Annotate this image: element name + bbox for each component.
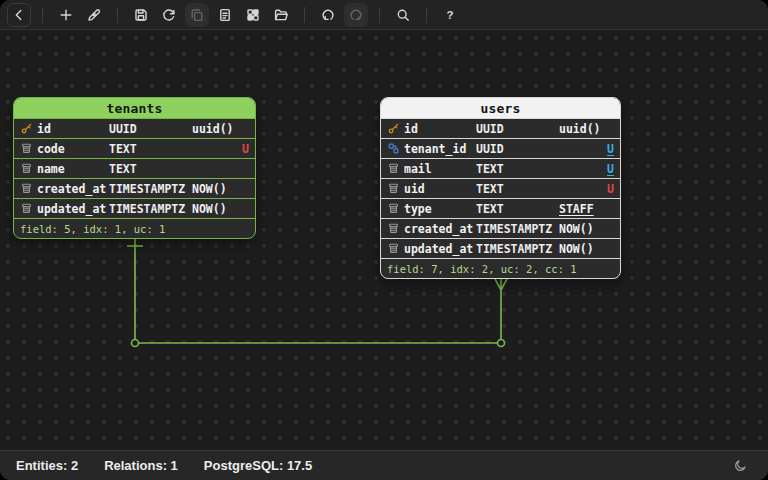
field-icon bbox=[387, 242, 400, 255]
field-icon bbox=[387, 182, 400, 195]
toolbar-separator bbox=[304, 7, 305, 23]
field-type: TIMESTAMPTZ bbox=[476, 222, 559, 236]
field-icon bbox=[20, 182, 33, 195]
edit-style-button[interactable] bbox=[82, 3, 106, 27]
field-constraint-badge: U bbox=[607, 182, 614, 196]
field-default: NOW() bbox=[192, 202, 227, 216]
field-name: created_at bbox=[37, 182, 109, 196]
field-name: id bbox=[404, 122, 476, 136]
grid-icon bbox=[245, 7, 261, 23]
table-summary: field: 5, idx: 1, uc: 1 bbox=[14, 218, 255, 238]
redo-button[interactable] bbox=[344, 3, 368, 27]
layout-grid-button[interactable] bbox=[241, 3, 265, 27]
theme-toggle-button[interactable] bbox=[728, 454, 752, 478]
app-window: ? tenantsidUUIDuuid()codeTEXTUnameTEXTcr… bbox=[0, 0, 768, 480]
diagram-canvas[interactable]: tenantsidUUIDuuid()codeTEXTUnameTEXTcrea… bbox=[0, 30, 768, 450]
field-row-type[interactable]: typeTEXTSTAFF bbox=[381, 198, 620, 218]
reload-button[interactable] bbox=[157, 3, 181, 27]
pen-icon bbox=[86, 7, 102, 23]
field-type: UUID bbox=[476, 142, 559, 156]
field-type: TIMESTAMPTZ bbox=[109, 202, 192, 216]
field-name: code bbox=[37, 142, 109, 156]
key-icon bbox=[20, 122, 33, 135]
field-constraint-badge: U bbox=[242, 142, 249, 156]
copy-icon bbox=[189, 7, 205, 23]
chevron-left-icon bbox=[11, 7, 27, 23]
field-name: created_at bbox=[404, 222, 476, 236]
svg-text:?: ? bbox=[446, 9, 453, 21]
relation-bend-handle bbox=[132, 340, 139, 347]
entities-count: Entities: 2 bbox=[16, 458, 78, 473]
field-type: UUID bbox=[476, 122, 559, 136]
key-icon bbox=[387, 122, 400, 135]
table-title[interactable]: users bbox=[381, 98, 620, 118]
undo-button[interactable] bbox=[316, 3, 340, 27]
save-icon bbox=[133, 7, 149, 23]
toolbar-separator bbox=[117, 7, 118, 23]
redo-icon bbox=[348, 7, 364, 23]
field-type: TIMESTAMPTZ bbox=[476, 242, 559, 256]
field-default: STAFF bbox=[559, 202, 594, 216]
field-row-id[interactable]: idUUIDuuid() bbox=[14, 118, 255, 138]
plus-icon bbox=[58, 7, 74, 23]
status-bar: Entities: 2 Relations: 1 PostgreSQL: 17.… bbox=[0, 450, 768, 480]
field-type: TEXT bbox=[109, 162, 192, 176]
back-button[interactable] bbox=[7, 3, 31, 27]
moon-icon bbox=[733, 458, 748, 473]
field-name: updated_at bbox=[37, 202, 109, 216]
field-type: TEXT bbox=[476, 202, 559, 216]
field-default: NOW() bbox=[559, 222, 594, 236]
field-type: TEXT bbox=[109, 142, 192, 156]
field-name: mail bbox=[404, 162, 476, 176]
dialect-version: PostgreSQL: 17.5 bbox=[204, 458, 312, 473]
field-icon bbox=[387, 222, 400, 235]
field-name: updated_at bbox=[404, 242, 476, 256]
reload-icon bbox=[161, 7, 177, 23]
field-row-created_at[interactable]: created_atTIMESTAMPTZNOW() bbox=[381, 218, 620, 238]
entity-table-users[interactable]: usersidUUIDuuid()tenant_idUUIDUmailTEXTU… bbox=[380, 97, 621, 279]
table-summary: field: 7, idx: 2, uc: 2, cc: 1 bbox=[381, 258, 620, 278]
field-default: NOW() bbox=[192, 182, 227, 196]
toolbar-separator bbox=[42, 7, 43, 23]
field-row-mail[interactable]: mailTEXTU bbox=[381, 158, 620, 178]
field-type: UUID bbox=[109, 122, 192, 136]
open-folder-button[interactable] bbox=[269, 3, 293, 27]
field-type: TEXT bbox=[476, 162, 559, 176]
relations-count: Relations: 1 bbox=[104, 458, 178, 473]
field-icon bbox=[20, 202, 33, 215]
export-file-button[interactable] bbox=[213, 3, 237, 27]
relation-bend-handle bbox=[498, 340, 505, 347]
field-default: uuid() bbox=[192, 122, 234, 136]
relation-icon bbox=[387, 142, 400, 155]
field-icon bbox=[20, 142, 33, 155]
field-row-tenant_id[interactable]: tenant_idUUIDU bbox=[381, 138, 620, 158]
field-constraint-badge: U bbox=[607, 142, 614, 156]
field-default: uuid() bbox=[559, 122, 601, 136]
field-row-name[interactable]: nameTEXT bbox=[14, 158, 255, 178]
field-row-uid[interactable]: uidTEXTU bbox=[381, 178, 620, 198]
file-text-icon bbox=[217, 7, 233, 23]
field-constraint-badge: U bbox=[607, 162, 614, 176]
field-type: TIMESTAMPTZ bbox=[109, 182, 192, 196]
toolbar-separator bbox=[379, 7, 380, 23]
field-row-created_at[interactable]: created_atTIMESTAMPTZNOW() bbox=[14, 178, 255, 198]
field-row-id[interactable]: idUUIDuuid() bbox=[381, 118, 620, 138]
copy-button[interactable] bbox=[185, 3, 209, 27]
add-entity-button[interactable] bbox=[54, 3, 78, 27]
field-type: TEXT bbox=[476, 182, 559, 196]
field-name: tenant_id bbox=[404, 142, 476, 156]
search-button[interactable] bbox=[391, 3, 415, 27]
folder-open-icon bbox=[273, 7, 289, 23]
toolbar: ? bbox=[0, 0, 768, 30]
field-row-code[interactable]: codeTEXTU bbox=[14, 138, 255, 158]
entity-table-tenants[interactable]: tenantsidUUIDuuid()codeTEXTUnameTEXTcrea… bbox=[13, 97, 256, 239]
field-row-updated_at[interactable]: updated_atTIMESTAMPTZNOW() bbox=[381, 238, 620, 258]
help-button[interactable]: ? bbox=[438, 3, 462, 27]
field-default: NOW() bbox=[559, 242, 594, 256]
field-row-updated_at[interactable]: updated_atTIMESTAMPTZNOW() bbox=[14, 198, 255, 218]
save-button[interactable] bbox=[129, 3, 153, 27]
table-title[interactable]: tenants bbox=[14, 98, 255, 118]
field-icon bbox=[387, 202, 400, 215]
search-icon bbox=[395, 7, 411, 23]
help-icon: ? bbox=[442, 7, 458, 23]
